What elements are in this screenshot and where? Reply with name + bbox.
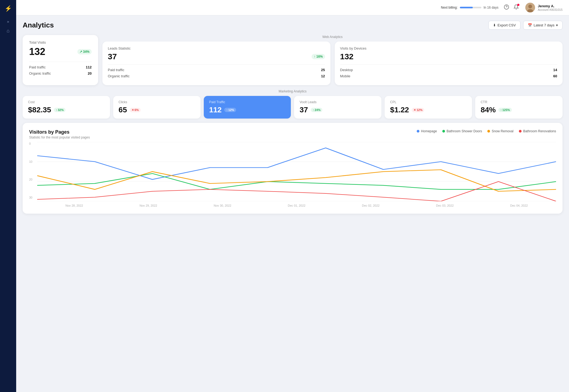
- y-axis: 30 20 10 0: [29, 142, 36, 199]
- voolt-leads-value: 37: [299, 106, 308, 114]
- total-visits-label: Total Visits: [29, 40, 92, 44]
- visitors-by-pages-section: Visitors by Pages Statistic for the most…: [23, 123, 563, 214]
- sidebar: ⚡ » ⌂: [0, 0, 16, 392]
- cpl-value: $1.22: [390, 106, 409, 114]
- cost-label: Cost: [28, 100, 105, 104]
- legend-bathroom-renovations: Bathroom Renovations: [519, 129, 556, 133]
- voolt-leads-label: Voolt Leads: [299, 100, 376, 104]
- download-icon: ⬇: [493, 23, 496, 27]
- help-icon[interactable]: [504, 4, 509, 11]
- devices-value: 132: [340, 52, 354, 61]
- web-analytics-section: Web Analytics Leads Statistic 37 ↑ 16% P…: [102, 35, 563, 85]
- user-info: Jeremy A. Account #0031015: [538, 4, 563, 11]
- x-label-4: Dec 02, 2022: [334, 204, 408, 207]
- billing-bar-fill: [460, 7, 473, 8]
- ctr-badge: ↑ 125%: [498, 108, 512, 112]
- user-account: Account #0031015: [538, 8, 563, 11]
- clicks-value-row: 65 ✕ 6%: [119, 106, 195, 114]
- y-label-10: 10: [29, 160, 36, 163]
- cost-card: Cost $82.35 ↑ 32%: [23, 96, 110, 119]
- x-label-6: Dec 04, 2022: [482, 204, 556, 207]
- leads-paid-label: Paid traffic: [108, 68, 124, 72]
- y-label-20: 20: [29, 178, 36, 181]
- desktop-label: Desktop: [340, 68, 353, 72]
- leads-statistic-card: Leads Statistic 37 ↑ 16% Paid traffic 25: [102, 41, 330, 85]
- x-label-0: Nov 28, 2022: [37, 204, 111, 207]
- analytics-cards: Leads Statistic 37 ↑ 16% Paid traffic 25: [102, 41, 563, 85]
- avatar: [525, 3, 535, 12]
- paid-traffic-mkt-label: Paid Traffic: [209, 100, 286, 104]
- devices-title: Visits by Devices: [340, 46, 557, 50]
- devices-rows: Desktop 14 Mobile 60: [340, 68, 557, 78]
- leads-organic-value: 12: [321, 74, 325, 78]
- mobile-value: 60: [553, 74, 557, 78]
- chart-subtitle: Statistic for the most popular visited p…: [29, 136, 90, 139]
- main-area: Next billing: In 16 days Jeremy A. Accou…: [16, 0, 569, 392]
- organic-traffic-label: Organic traffic: [29, 71, 51, 75]
- bathroom-shower-dot: [442, 130, 445, 133]
- visits-by-devices-card: Visits by Devices 132 Desktop 14 Mobile: [335, 41, 563, 85]
- mobile-row: Mobile 60: [340, 74, 557, 78]
- export-csv-button[interactable]: ⬇ Export CSV: [488, 21, 520, 30]
- mobile-label: Mobile: [340, 74, 350, 78]
- desktop-row: Desktop 14: [340, 68, 557, 72]
- billing-progress-bar: [460, 7, 481, 8]
- marketing-cards: Cost $82.35 ↑ 32% Clicks 65 ✕ 6% Paid Tr…: [23, 96, 563, 119]
- chart-area: [37, 142, 556, 202]
- cpl-value-row: $1.22 ✕ 12%: [390, 106, 467, 114]
- notification-icon[interactable]: [513, 4, 519, 11]
- notification-badge: [517, 4, 519, 6]
- billing-days: In 16 days: [484, 6, 498, 9]
- leads-value: 37: [108, 52, 117, 61]
- total-visits-card: Total Visits 132 ↗ 34% Paid traffic 112 …: [23, 35, 98, 85]
- sidebar-home-button[interactable]: ⌂: [7, 28, 10, 34]
- paid-traffic-mkt-value: 112: [209, 106, 222, 114]
- page-title: Analytics: [23, 21, 54, 29]
- voolt-leads-value-row: 37 ↑ 24%: [299, 106, 376, 114]
- page-header: Analytics ⬇ Export CSV 📅 Latest 7 days ▾: [23, 21, 563, 30]
- date-range-label: Latest 7 days: [534, 23, 554, 27]
- leads-badge: ↑ 16%: [312, 54, 325, 59]
- billing-label: Next billing:: [441, 6, 458, 9]
- leads-paid-value: 25: [321, 68, 325, 72]
- leads-value-row: 37 ↑ 16%: [108, 52, 325, 61]
- logo-icon: ⚡: [5, 5, 12, 12]
- leads-paid-row: Paid traffic 25: [108, 68, 325, 72]
- svg-point-3: [528, 5, 532, 8]
- x-label-5: Dec 03, 2022: [408, 204, 482, 207]
- logo: ⚡: [3, 3, 13, 14]
- total-visits-value: 132: [29, 46, 45, 57]
- ctr-value-row: 84% ↑ 125%: [481, 106, 557, 114]
- ctr-label: CTR: [481, 100, 557, 104]
- date-range-button[interactable]: 📅 Latest 7 days ▾: [523, 21, 563, 30]
- paid-traffic-badge: ↑ 12%: [224, 108, 236, 112]
- marketing-analytics-section: Marketing Analytics Cost $82.35 ↑ 32% Cl…: [23, 89, 563, 119]
- bathroom-renovations-legend-label: Bathroom Renovations: [523, 129, 556, 133]
- leads-title: Leads Statistic: [108, 46, 325, 50]
- clicks-card: Clicks 65 ✕ 6%: [113, 96, 201, 119]
- chart-container: 30 20 10 0: [29, 142, 556, 207]
- snow-removal-dot: [487, 130, 490, 133]
- web-analytics-label: Web Analytics: [102, 35, 563, 39]
- desktop-value: 14: [553, 68, 557, 72]
- legend-bathroom-shower: Bathroom Shower Doors: [442, 129, 482, 133]
- leads-organic-row: Organic traffic 12: [108, 74, 325, 78]
- topbar-icons: Jeremy A. Account #0031015: [504, 3, 563, 12]
- cpl-label: CPL: [390, 100, 467, 104]
- sidebar-collapse-button[interactable]: »: [7, 19, 9, 24]
- chart-header: Visitors by Pages Statistic for the most…: [29, 129, 556, 139]
- clicks-label: Clicks: [119, 100, 195, 104]
- paid-traffic-row: Paid traffic 112: [29, 65, 92, 69]
- paid-traffic-mkt-value-row: 112 ↑ 12%: [209, 106, 286, 114]
- leads-organic-label: Organic traffic: [108, 74, 130, 78]
- cpl-card: CPL $1.22 ✕ 12%: [385, 96, 472, 119]
- chart-svg: [37, 142, 556, 201]
- bathroom-shower-legend-label: Bathroom Shower Doors: [447, 129, 482, 133]
- devices-value-row: 132: [340, 52, 557, 61]
- chevron-down-icon: ▾: [556, 23, 558, 27]
- ctr-value: 84%: [481, 106, 496, 114]
- total-visits-badge: ↗ 34%: [77, 49, 92, 54]
- clicks-badge: ✕ 6%: [130, 108, 141, 112]
- paid-traffic-value: 112: [86, 65, 92, 69]
- content-area: Analytics ⬇ Export CSV 📅 Latest 7 days ▾…: [16, 15, 569, 392]
